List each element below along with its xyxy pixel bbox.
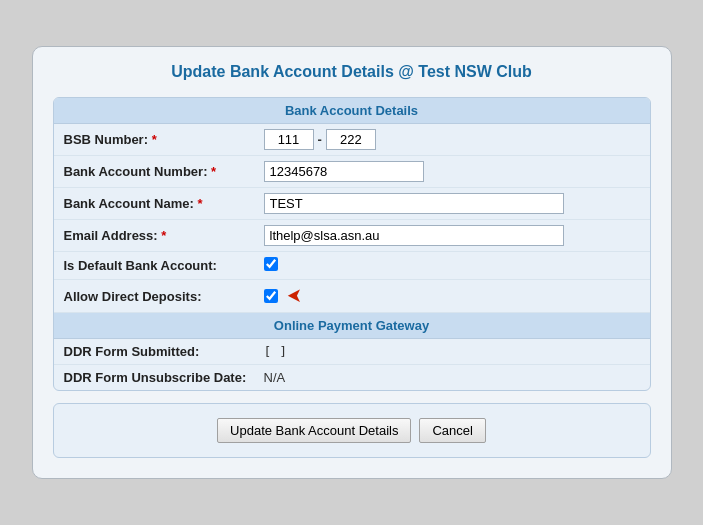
ddr-form-label: DDR Form Submitted:	[64, 344, 264, 359]
account-name-value	[264, 193, 640, 214]
ddr-form-row: DDR Form Submitted: [ ]	[54, 339, 650, 365]
update-button[interactable]: Update Bank Account Details	[217, 418, 411, 443]
ddr-form-value: [ ]	[264, 344, 640, 359]
bsb-dash: -	[318, 132, 322, 147]
email-value	[264, 225, 640, 246]
bank-details-header: Bank Account Details	[54, 98, 650, 124]
is-default-row: Is Default Bank Account:	[54, 252, 650, 280]
account-name-required: *	[197, 196, 202, 211]
account-number-label: Bank Account Number: *	[64, 164, 264, 179]
account-number-required: *	[211, 164, 216, 179]
ddr-unsubscribe-label: DDR Form Unsubscribe Date:	[64, 370, 264, 385]
account-number-value	[264, 161, 640, 182]
ddr-unsubscribe-row: DDR Form Unsubscribe Date: N/A	[54, 365, 650, 390]
allow-direct-label: Allow Direct Deposits:	[64, 289, 264, 304]
is-default-label: Is Default Bank Account:	[64, 258, 264, 273]
allow-direct-value: ➤	[264, 285, 640, 307]
allow-direct-row: Allow Direct Deposits: ➤	[54, 280, 650, 313]
bsb-row: BSB Number: * -	[54, 124, 650, 156]
bsb-part2-input[interactable]	[326, 129, 376, 150]
bank-details-panel: Bank Account Details BSB Number: * - Ban…	[53, 97, 651, 391]
bsb-part1-input[interactable]	[264, 129, 314, 150]
account-name-row: Bank Account Name: *	[54, 188, 650, 220]
ddr-unsubscribe-value: N/A	[264, 370, 640, 385]
bsb-inputs: -	[264, 129, 640, 150]
email-row: Email Address: *	[54, 220, 650, 252]
is-default-value	[264, 257, 640, 274]
online-payment-header: Online Payment Gateway	[54, 313, 650, 339]
email-label: Email Address: *	[64, 228, 264, 243]
email-required: *	[161, 228, 166, 243]
email-input[interactable]	[264, 225, 564, 246]
cancel-button[interactable]: Cancel	[419, 418, 485, 443]
account-name-label: Bank Account Name: *	[64, 196, 264, 211]
is-default-checkbox[interactable]	[264, 257, 278, 271]
bsb-label: BSB Number: *	[64, 132, 264, 147]
allow-direct-checkbox[interactable]	[264, 289, 278, 303]
bsb-required: *	[152, 132, 157, 147]
account-number-row: Bank Account Number: *	[54, 156, 650, 188]
action-panel: Update Bank Account Details Cancel	[53, 403, 651, 458]
page-title: Update Bank Account Details @ Test NSW C…	[53, 63, 651, 81]
account-number-input[interactable]	[264, 161, 424, 182]
arrow-indicator: ➤	[287, 286, 301, 306]
account-name-input[interactable]	[264, 193, 564, 214]
main-container: Update Bank Account Details @ Test NSW C…	[32, 46, 672, 479]
